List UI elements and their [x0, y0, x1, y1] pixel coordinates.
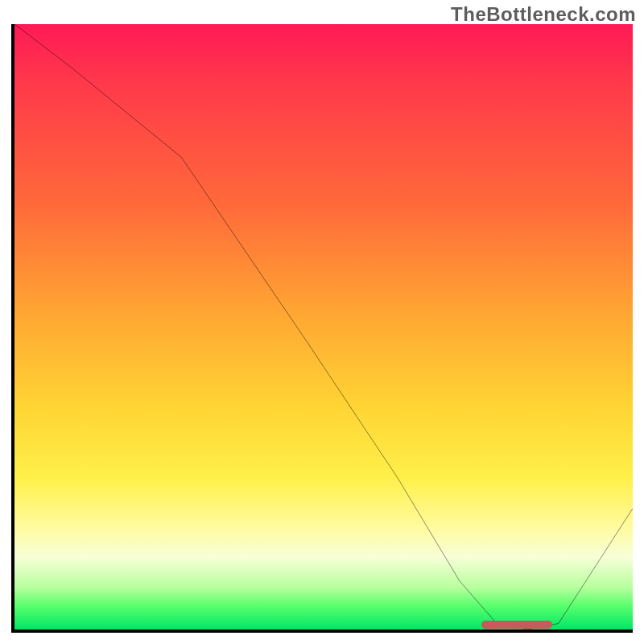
bottleneck-curve [14, 24, 633, 630]
watermark-text: TheBottleneck.com [451, 3, 636, 26]
optimal-range-marker [481, 621, 552, 629]
chart-area [11, 24, 633, 633]
